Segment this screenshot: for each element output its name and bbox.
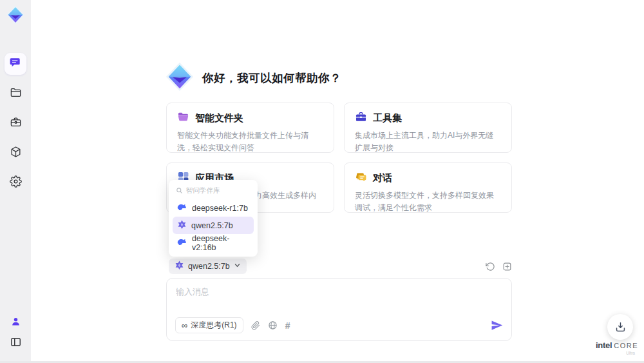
paperclip-icon[interactable] (251, 321, 260, 330)
selected-model-label: qwen2.5:7b (188, 262, 230, 271)
card-description: 集成市场上主流工具，助力AI与外界无缝扩展与对接 (355, 130, 501, 153)
card-title: 智能文件夹 (195, 112, 243, 124)
greeting: 你好，我可以如何帮助你？ (165, 62, 341, 94)
qwen-logo-icon (175, 260, 184, 272)
message-input[interactable] (176, 286, 485, 313)
model-option-label: deepseek-v2:16b (192, 234, 249, 252)
sidebar-bottom (5, 313, 26, 353)
sidebar-nav (5, 53, 26, 193)
greeting-logo-icon (165, 62, 194, 94)
ultra-label: Ultra (595, 351, 639, 355)
download-button[interactable] (607, 314, 633, 340)
folder-purple-icon (177, 111, 189, 126)
composer-toolbar: ∞ 深度思考(R1) # (175, 317, 503, 333)
model-selector[interactable]: qwen2.5:7b (169, 259, 247, 274)
feature-card-toolset[interactable]: 工具集 集成市场上主流工具，助力AI与外界无缝扩展与对接 (344, 103, 512, 153)
sidebar-item-toolbox[interactable] (5, 112, 26, 134)
greeting-title: 你好，我可以如何帮助你？ (202, 70, 341, 86)
search-icon (176, 187, 183, 195)
chat-bubble-icon (9, 56, 22, 72)
gear-icon (10, 175, 22, 190)
user-icon (10, 316, 21, 329)
app-logo-icon (6, 5, 25, 27)
model-option-label: qwen2.5:7b (191, 221, 233, 230)
model-option-label: deepseek-r1:7b (192, 204, 248, 213)
card-title: 工具集 (373, 112, 402, 124)
qwen-logo-icon (177, 220, 187, 231)
card-title: 对话 (373, 172, 392, 184)
intel-wordmark: intel (596, 340, 612, 350)
infinity-icon: ∞ (182, 321, 187, 329)
model-option-qwen[interactable]: qwen2.5:7b (173, 217, 254, 234)
model-dropdown: 智问学伴库 deepseek-r1:7b qwen2.5:7b (169, 180, 258, 257)
history-icon[interactable] (486, 262, 495, 271)
deep-think-button[interactable]: ∞ 深度思考(R1) (175, 317, 243, 333)
chat-actions (486, 262, 512, 271)
card-description: 灵活切换多模型文件，支持多样回复效果调试，满足个性化需求 (355, 190, 501, 213)
feature-card-conversation[interactable]: 对话 灵活切换多模型文件，支持多样回复效果调试，满足个性化需求 (344, 162, 512, 213)
briefcase-icon (10, 116, 22, 131)
sidebar (0, 0, 31, 363)
deepseek-whale-icon (177, 238, 187, 248)
toolbox-indigo-icon (355, 111, 367, 126)
sidebar-item-account[interactable] (5, 313, 26, 332)
message-composer: ∞ 深度思考(R1) # (166, 278, 512, 341)
intel-core-logo: intel core Ultra (595, 340, 639, 355)
send-button[interactable] (491, 319, 503, 331)
model-library-label: 智问学伴库 (186, 186, 220, 195)
model-option-deepseek-r1[interactable]: deepseek-r1:7b (173, 199, 254, 217)
model-dropdown-header: 智问学伴库 (173, 184, 254, 199)
sidebar-item-folders[interactable] (5, 83, 26, 104)
panel-layout-icon (10, 336, 22, 351)
sidebar-item-chat[interactable] (5, 53, 26, 75)
model-option-deepseek-v2[interactable]: deepseek-v2:16b (173, 234, 254, 251)
sidebar-item-collapse[interactable] (5, 333, 26, 353)
cube-icon (10, 146, 22, 161)
core-wordmark: core (614, 342, 638, 349)
model-selector-row: qwen2.5:7b (166, 259, 512, 274)
deep-think-label: 深度思考(R1) (191, 320, 236, 331)
sidebar-item-settings[interactable] (5, 172, 26, 193)
folder-icon (10, 86, 22, 101)
sidebar-item-apps[interactable] (5, 142, 26, 164)
app-window: 你好，我可以如何帮助你？ 智能文件夹 智能文件夹功能支持批量文件上传与清洗，轻松… (0, 0, 644, 363)
chevron-down-icon (234, 262, 241, 271)
deepseek-whale-icon (177, 203, 187, 213)
feature-card-smart-folder[interactable]: 智能文件夹 智能文件夹功能支持批量文件上传与清洗，轻松实现文件问答 (166, 103, 334, 153)
chat-yellow-icon (355, 171, 367, 186)
hash-icon[interactable]: # (285, 320, 290, 331)
globe-icon[interactable] (268, 320, 278, 330)
new-chat-icon[interactable] (502, 262, 512, 271)
card-description: 智能文件夹功能支持批量文件上传与清洗，轻松实现文件问答 (177, 130, 323, 153)
